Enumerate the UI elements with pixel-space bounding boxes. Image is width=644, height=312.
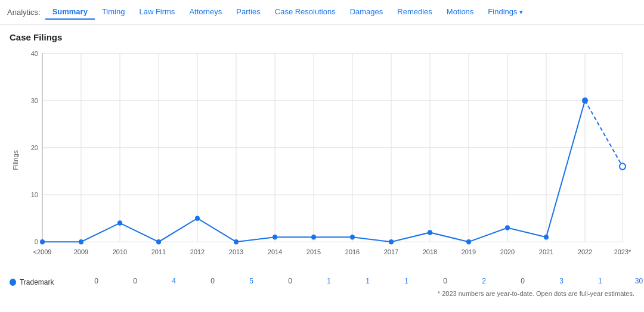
legend-label: Trademark (20, 278, 54, 286)
legend-val-0: 0 (85, 277, 108, 285)
dot-2018 (428, 230, 432, 235)
dot-2020 (505, 225, 510, 230)
legend-val-6: 1 (318, 277, 340, 285)
legend-val-2: 4 (163, 277, 185, 285)
dot-2013 (234, 239, 239, 244)
tab-remedies[interactable]: Remedies (390, 5, 439, 20)
legend-dot (10, 279, 16, 286)
legend-val-10: 2 (473, 277, 496, 285)
y-tick-20: 20 (31, 144, 38, 151)
dot-2015 (311, 235, 316, 239)
tab-law-firms[interactable]: Law Firms (132, 5, 182, 20)
legend-val-13: 1 (589, 277, 612, 285)
legend-val-14: 30 (628, 277, 644, 285)
tab-damages[interactable]: Damages (343, 5, 391, 20)
x-label-2021: 2021 (539, 248, 553, 255)
chart-svg: Filings 40 30 20 10 0 <2009 2009 (10, 47, 634, 273)
x-label-2022: 2022 (578, 248, 592, 255)
y-tick-10: 10 (31, 191, 38, 198)
y-axis-label: Filings (12, 150, 19, 170)
dot-2014 (273, 235, 277, 239)
tab-summary[interactable]: Summary (45, 5, 95, 20)
x-label-pre2009: <2009 (33, 248, 52, 255)
legend-val-7: 1 (357, 277, 379, 285)
tab-attorneys[interactable]: Attorneys (182, 5, 229, 20)
dot-2021 (544, 235, 549, 239)
nav-tabs: SummaryTimingLaw FirmsAttorneysPartiesCa… (45, 5, 530, 20)
x-label-2020: 2020 (500, 248, 515, 255)
legend-val-11: 0 (512, 277, 534, 285)
y-tick-0: 0 (35, 238, 38, 245)
dot-2022 (582, 97, 588, 104)
dot-2017 (389, 239, 394, 244)
tab-timing[interactable]: Timing (95, 5, 132, 20)
x-label-2016: 2016 (345, 248, 360, 255)
x-label-2012: 2012 (190, 248, 205, 255)
x-label-2014: 2014 (268, 248, 282, 255)
dot-2011 (156, 239, 161, 244)
dot-2023 (620, 163, 626, 170)
dot-2016 (350, 235, 355, 239)
x-label-2009: 2009 (74, 248, 88, 255)
dot-2019 (466, 239, 471, 244)
x-label-2010: 2010 (113, 248, 127, 255)
analytics-bar: Analytics: SummaryTimingLaw FirmsAttorne… (0, 0, 644, 25)
legend-val-5: 0 (279, 277, 302, 285)
tab-findings[interactable]: Findings (481, 5, 530, 20)
legend-row: Trademark 004050111020313016 (10, 277, 634, 288)
y-tick-30: 30 (31, 97, 38, 104)
tab-parties[interactable]: Parties (229, 5, 267, 20)
analytics-label: Analytics: (7, 8, 41, 17)
y-tick-40: 40 (31, 50, 38, 57)
dot-2009 (79, 239, 83, 244)
legend-val-3: 0 (202, 277, 224, 285)
legend-val-1: 0 (124, 277, 147, 285)
x-label-2019: 2019 (462, 248, 476, 255)
dot-pre2009 (40, 239, 45, 244)
x-label-2011: 2011 (151, 248, 166, 255)
x-label-2017: 2017 (384, 248, 398, 255)
section-title: Case Filings (10, 32, 634, 42)
tab-motions[interactable]: Motions (439, 5, 481, 20)
legend-val-12: 3 (550, 277, 573, 285)
x-label-2023: 2023* (614, 248, 631, 255)
chart-area: Filings 40 30 20 10 0 <2009 2009 (10, 47, 634, 273)
legend-val-4: 5 (240, 277, 263, 285)
dot-2010 (117, 220, 122, 225)
footnote: * 2023 numbers are year-to-date. Open do… (10, 290, 634, 297)
x-label-2013: 2013 (229, 248, 243, 255)
page-content: Case Filings Filings 40 30 20 10 0 (0, 25, 644, 304)
tab-case-resolutions[interactable]: Case Resolutions (268, 5, 343, 20)
x-label-2015: 2015 (306, 248, 321, 255)
legend-values: 004050111020313016 (64, 277, 634, 288)
legend-val-9: 0 (434, 277, 457, 285)
dot-2012 (195, 216, 200, 220)
legend-val-8: 1 (395, 277, 418, 285)
x-label-2018: 2018 (423, 248, 437, 255)
chart-line-dashed (585, 101, 623, 167)
